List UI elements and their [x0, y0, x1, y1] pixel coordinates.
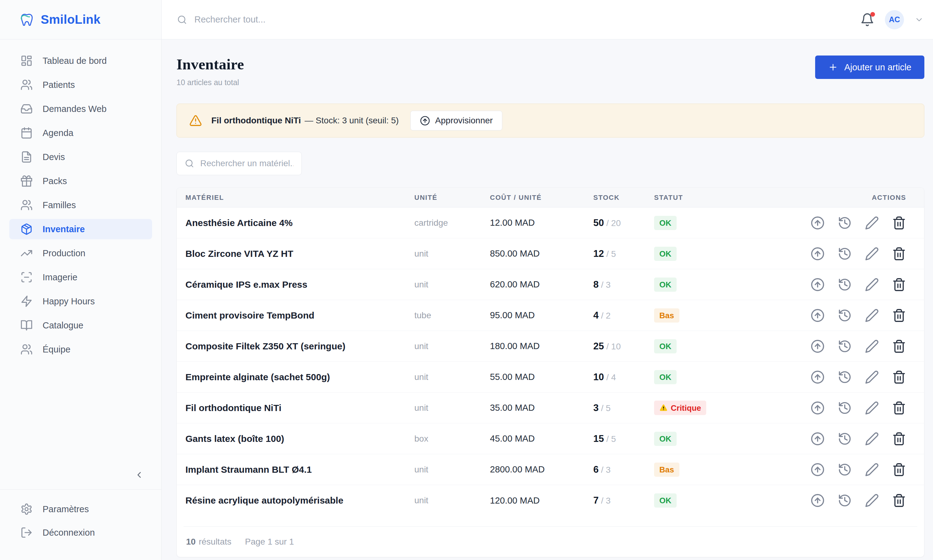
delete-button[interactable]	[892, 493, 906, 508]
history-button[interactable]	[838, 493, 852, 508]
history-button[interactable]	[838, 370, 852, 384]
arrow-up-circle-icon	[811, 463, 825, 477]
delete-button[interactable]	[892, 401, 906, 415]
restock-button[interactable]	[811, 216, 825, 230]
column-header-status: Statut	[654, 194, 808, 202]
history-button[interactable]	[838, 401, 852, 415]
material-name: Résine acrylique autopolymérisable	[177, 495, 414, 506]
chevron-left-icon	[134, 476, 144, 481]
delete-button[interactable]	[892, 432, 906, 446]
cost-value: 95.00 MAD	[490, 310, 593, 320]
add-article-button[interactable]: Ajouter un article	[815, 55, 924, 79]
sidebar-item-deconnexion[interactable]: Déconnexion	[9, 522, 152, 543]
inbox-icon	[20, 103, 33, 115]
bell-icon	[860, 23, 874, 28]
history-button[interactable]	[838, 463, 852, 477]
search-icon	[177, 15, 187, 25]
sidebar-item-equipe[interactable]: Équipe	[9, 339, 152, 360]
edit-button[interactable]	[865, 432, 879, 446]
history-button[interactable]	[838, 308, 852, 323]
history-icon	[838, 308, 852, 323]
table-row: Résine acrylique autopolymérisableunit12…	[177, 485, 924, 516]
edit-button[interactable]	[865, 216, 879, 230]
page-subtitle: 10 articles au total	[176, 78, 244, 87]
result-count: 10résultats	[186, 537, 231, 547]
delete-button[interactable]	[892, 370, 906, 384]
edit-button[interactable]	[865, 247, 879, 261]
restock-button[interactable]	[811, 277, 825, 292]
history-button[interactable]	[838, 247, 852, 261]
material-search-input[interactable]	[200, 158, 293, 168]
sidebar-item-packs[interactable]: Packs	[9, 171, 152, 191]
cost-value: 620.00 MAD	[490, 279, 593, 289]
alert-triangle-icon	[189, 114, 202, 127]
edit-button[interactable]	[865, 308, 879, 323]
status-badge: OK	[654, 432, 677, 446]
sidebar-item-patients[interactable]: Patients	[9, 75, 152, 95]
status-cell: OK	[654, 339, 808, 353]
status-cell: Critique	[654, 401, 808, 415]
sidebar-item-inventaire[interactable]: Inventaire	[9, 219, 152, 239]
edit-button[interactable]	[865, 370, 879, 384]
material-name: Gants latex (boîte 100)	[177, 434, 414, 444]
sidebar-item-label: Inventaire	[43, 224, 85, 234]
restock-button[interactable]	[811, 401, 825, 415]
brand-name: SmiloLink	[41, 13, 100, 26]
sidebar-item-parametres[interactable]: Paramètres	[9, 499, 152, 519]
sidebar-collapse-button[interactable]	[133, 469, 145, 482]
edit-button[interactable]	[865, 401, 879, 415]
delete-button[interactable]	[892, 277, 906, 292]
restock-banner-button[interactable]: Approvisionner	[410, 111, 502, 131]
status-cell: OK	[654, 277, 808, 292]
trash-icon	[892, 247, 906, 261]
sidebar-item-devis[interactable]: Devis	[9, 147, 152, 167]
history-icon	[838, 247, 852, 261]
sidebar-item-catalogue[interactable]: Catalogue	[9, 315, 152, 335]
avatar[interactable]: AC	[885, 10, 904, 29]
delete-button[interactable]	[892, 463, 906, 477]
global-search-input[interactable]	[194, 14, 441, 25]
delete-button[interactable]	[892, 216, 906, 230]
restock-button[interactable]	[811, 432, 825, 446]
stock-value: 12 / 5	[593, 248, 654, 259]
sidebar: SmiloLink Tableau de bordPatientsDemande…	[0, 0, 162, 560]
delete-button[interactable]	[892, 339, 906, 353]
brand-logo[interactable]: SmiloLink	[0, 0, 161, 40]
restock-button[interactable]	[811, 247, 825, 261]
trash-icon	[892, 493, 906, 508]
edit-button[interactable]	[865, 277, 879, 292]
sidebar-item-familles[interactable]: Familles	[9, 195, 152, 215]
sidebar-item-tableau-de-bord[interactable]: Tableau de bord	[9, 51, 152, 71]
column-header-stock: Stock	[593, 194, 654, 202]
history-button[interactable]	[838, 216, 852, 230]
topbar-right: AC	[860, 10, 924, 29]
delete-button[interactable]	[892, 308, 906, 323]
restock-button[interactable]	[811, 308, 825, 323]
sidebar-item-demandes-web[interactable]: Demandes Web	[9, 98, 152, 119]
edit-button[interactable]	[865, 493, 879, 508]
history-button[interactable]	[838, 339, 852, 353]
unit-value: cartridge	[414, 218, 490, 228]
notifications-button[interactable]	[860, 13, 874, 27]
sidebar-item-production[interactable]: Production	[9, 243, 152, 263]
delete-button[interactable]	[892, 247, 906, 261]
status-badge: OK	[654, 277, 677, 292]
actions-cell	[808, 432, 924, 446]
restock-button[interactable]	[811, 463, 825, 477]
history-button[interactable]	[838, 432, 852, 446]
account-menu-button[interactable]	[914, 15, 924, 25]
status-cell: Bas	[654, 308, 808, 323]
edit-button[interactable]	[865, 463, 879, 477]
edit-button[interactable]	[865, 339, 879, 353]
topbar: AC	[162, 0, 933, 40]
history-button[interactable]	[838, 277, 852, 292]
sidebar-item-happy-hours[interactable]: Happy Hours	[9, 291, 152, 311]
restock-button[interactable]	[811, 370, 825, 384]
actions-cell	[808, 370, 924, 384]
sidebar-item-agenda[interactable]: Agenda	[9, 123, 152, 143]
restock-button[interactable]	[811, 493, 825, 508]
trending-up-icon	[20, 247, 33, 259]
zap-icon	[20, 295, 33, 308]
sidebar-item-imagerie[interactable]: Imagerie	[9, 267, 152, 288]
restock-button[interactable]	[811, 339, 825, 353]
